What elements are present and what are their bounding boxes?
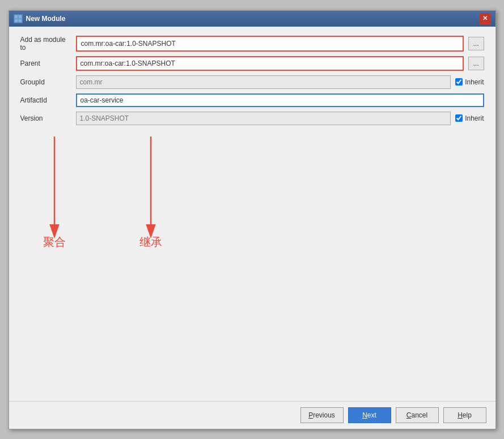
title-bar-left: New Module [14, 14, 66, 23]
version-field-wrapper [76, 112, 451, 125]
right-annotation: 继承 [139, 137, 173, 250]
parent-label: Parent [20, 59, 71, 67]
artifact-id-input[interactable] [76, 93, 484, 107]
svg-rect-3 [19, 19, 22, 22]
form-section: Add as module to ... Parent ... GroupId [20, 36, 484, 125]
new-module-window: New Module ✕ Add as module to ... Parent… [9, 10, 496, 429]
group-id-field-wrapper [76, 75, 451, 89]
version-input[interactable] [76, 112, 451, 125]
artifact-id-label: ArtifactId [20, 96, 71, 104]
left-arrow-svg [43, 137, 77, 238]
next-button[interactable]: Next [348, 407, 391, 423]
parent-browse-button[interactable]: ... [468, 57, 484, 70]
help-button[interactable]: Help [443, 407, 486, 423]
left-annotation: 聚合 [43, 137, 77, 250]
artifact-id-field-wrapper [76, 93, 484, 107]
group-id-inherit-label: Inherit [465, 78, 484, 86]
add-module-input[interactable] [78, 37, 462, 50]
button-bar: Previous Next Cancel Help [9, 401, 495, 429]
previous-label: Previous [308, 411, 335, 419]
previous-underline: P [308, 411, 313, 419]
artifact-id-row: ArtifactId [20, 93, 484, 107]
annotation-area: 聚合 继承 [20, 137, 484, 392]
version-inherit-container: Inherit [455, 114, 484, 122]
right-arrow-svg [139, 137, 173, 238]
add-module-label: Add as module to [20, 36, 71, 52]
group-id-inherit-checkbox[interactable] [455, 78, 463, 86]
dialog-content: Add as module to ... Parent ... GroupId [9, 27, 495, 401]
group-id-input[interactable] [76, 75, 451, 89]
close-button[interactable]: ✕ [480, 13, 491, 24]
version-row: Version Inherit [20, 112, 484, 125]
next-label: Next [362, 411, 376, 419]
help-label: Help [458, 411, 472, 419]
window-icon [14, 14, 23, 23]
previous-button[interactable]: Previous [300, 407, 344, 423]
svg-rect-1 [19, 15, 22, 18]
parent-row: Parent ... [20, 56, 484, 71]
cancel-button[interactable]: Cancel [396, 407, 439, 423]
parent-input[interactable] [77, 57, 463, 70]
next-underline: N [362, 411, 367, 419]
add-module-row: Add as module to ... [20, 36, 484, 52]
help-underline: H [458, 411, 463, 419]
window-title: New Module [26, 15, 66, 23]
group-id-inherit-container: Inherit [455, 78, 484, 86]
version-label: Version [20, 114, 71, 122]
svg-rect-2 [15, 19, 18, 22]
version-inherit-label: Inherit [465, 114, 484, 122]
parent-field-wrapper [76, 56, 464, 71]
add-module-browse-button[interactable]: ... [468, 37, 484, 50]
version-inherit-checkbox[interactable] [455, 114, 463, 122]
add-module-field-wrapper [76, 36, 464, 52]
cancel-label: Cancel [406, 411, 427, 419]
group-id-label: GroupId [20, 78, 71, 86]
title-bar: New Module ✕ [9, 11, 495, 27]
svg-rect-0 [15, 15, 18, 18]
cancel-underline: C [406, 411, 412, 419]
group-id-row: GroupId Inherit [20, 75, 484, 89]
